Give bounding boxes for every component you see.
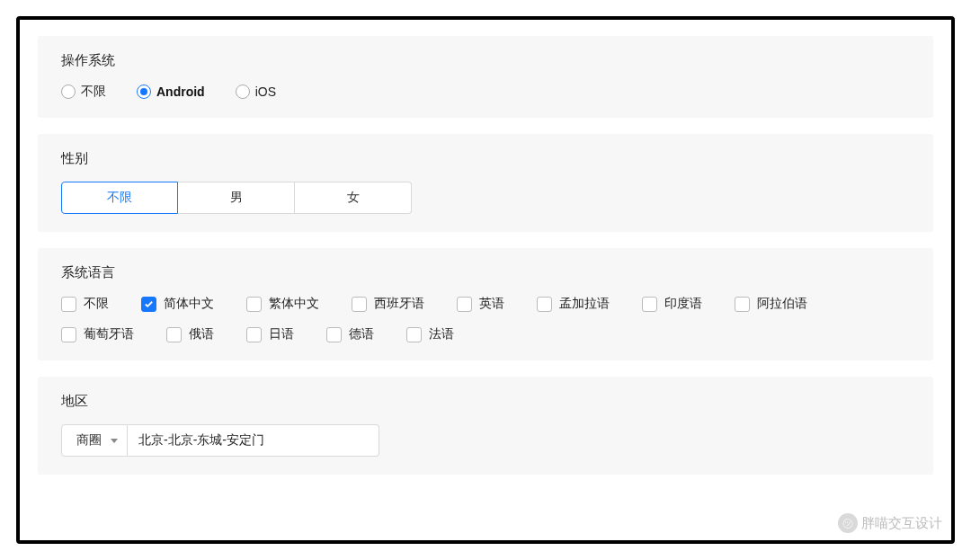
lang-check-es[interactable]: 西班牙语: [352, 296, 424, 312]
os-radio-group: 不限 Android iOS: [61, 84, 910, 100]
os-radio-label: iOS: [255, 84, 276, 99]
checkbox-icon: [406, 327, 422, 342]
checkbox-icon: [735, 297, 750, 312]
checkbox-icon: [246, 297, 262, 312]
region-select-label: 商圈: [76, 432, 102, 449]
language-row-2: 葡萄牙语 俄语 日语 德语 法语: [61, 326, 910, 342]
gender-panel: 性别 不限 男 女: [38, 134, 933, 232]
region-title: 地区: [61, 393, 910, 410]
gender-btn-female[interactable]: 女: [295, 182, 412, 214]
lang-label: 德语: [349, 326, 374, 342]
lang-check-ru[interactable]: 俄语: [166, 326, 214, 342]
lang-check-pt[interactable]: 葡萄牙语: [61, 326, 134, 342]
lang-label: 印度语: [664, 296, 702, 312]
lang-label: 阿拉伯语: [757, 296, 807, 312]
lang-label: 繁体中文: [269, 296, 319, 312]
lang-label: 简体中文: [164, 296, 214, 312]
lang-label: 葡萄牙语: [84, 326, 134, 342]
os-radio-android[interactable]: Android: [137, 84, 205, 99]
lang-label: 孟加拉语: [559, 296, 610, 312]
lang-label: 西班牙语: [374, 296, 424, 312]
wechat-icon: ㋡: [838, 513, 858, 533]
os-radio-unlimited[interactable]: 不限: [61, 84, 106, 100]
checkbox-icon: [166, 327, 182, 342]
language-title: 系统语言: [61, 264, 910, 281]
lang-check-bn[interactable]: 孟加拉语: [537, 296, 610, 312]
gender-segment-group: 不限 男 女: [61, 182, 910, 214]
lang-check-de[interactable]: 德语: [326, 326, 374, 342]
checkbox-icon: [246, 327, 262, 342]
lang-check-ja[interactable]: 日语: [246, 326, 294, 342]
checkbox-icon: [326, 327, 342, 342]
lang-check-zh-cn[interactable]: 简体中文: [141, 296, 214, 312]
lang-label: 英语: [479, 296, 504, 312]
region-type-select[interactable]: 商圈: [61, 424, 128, 457]
language-checkbox-grid: 不限 简体中文 繁体中文 西班牙语 英语 孟加拉语 印度语 阿拉伯语 葡萄牙语 …: [61, 296, 910, 342]
language-panel: 系统语言 不限 简体中文 繁体中文 西班牙语 英语 孟加拉语 印度语 阿拉伯语 …: [38, 248, 933, 360]
lang-check-en[interactable]: 英语: [457, 296, 504, 312]
gender-btn-male[interactable]: 男: [178, 182, 295, 214]
lang-label: 法语: [429, 326, 454, 342]
os-radio-ios[interactable]: iOS: [236, 84, 276, 99]
checkbox-icon: [537, 297, 552, 312]
lang-label: 不限: [84, 296, 109, 312]
radio-icon: [236, 84, 250, 99]
lang-check-hi[interactable]: 印度语: [642, 296, 702, 312]
checkbox-icon: [352, 297, 367, 312]
checkbox-icon: [141, 297, 156, 312]
lang-check-zh-tw[interactable]: 繁体中文: [246, 296, 319, 312]
lang-check-ar[interactable]: 阿拉伯语: [735, 296, 807, 312]
radio-icon: [61, 84, 76, 99]
checkbox-icon: [642, 297, 657, 312]
language-row-1: 不限 简体中文 繁体中文 西班牙语 英语 孟加拉语 印度语 阿拉伯语: [61, 296, 910, 312]
gender-title: 性别: [61, 150, 910, 167]
lang-label: 俄语: [189, 326, 214, 342]
chevron-down-icon: [111, 439, 118, 443]
os-radio-label: Android: [156, 84, 205, 99]
checkbox-icon: [457, 297, 472, 312]
region-path-input[interactable]: [128, 424, 379, 457]
os-title: 操作系统: [61, 52, 910, 69]
lang-label: 日语: [269, 326, 294, 342]
form-container: 操作系统 不限 Android iOS 性别 不限 男 女 系统语言: [16, 16, 955, 544]
gender-btn-unlimited[interactable]: 不限: [61, 182, 178, 214]
os-radio-label: 不限: [81, 84, 106, 100]
region-row: 商圈: [61, 424, 910, 457]
radio-icon: [137, 84, 151, 99]
checkbox-icon: [61, 297, 76, 312]
checkbox-icon: [61, 327, 76, 342]
os-panel: 操作系统 不限 Android iOS: [38, 36, 933, 118]
watermark-text: 胖喵交互设计: [861, 515, 942, 532]
region-panel: 地区 商圈: [38, 377, 933, 475]
lang-check-fr[interactable]: 法语: [406, 326, 454, 342]
watermark: ㋡ 胖喵交互设计: [838, 513, 942, 533]
lang-check-unlimited[interactable]: 不限: [61, 296, 109, 312]
